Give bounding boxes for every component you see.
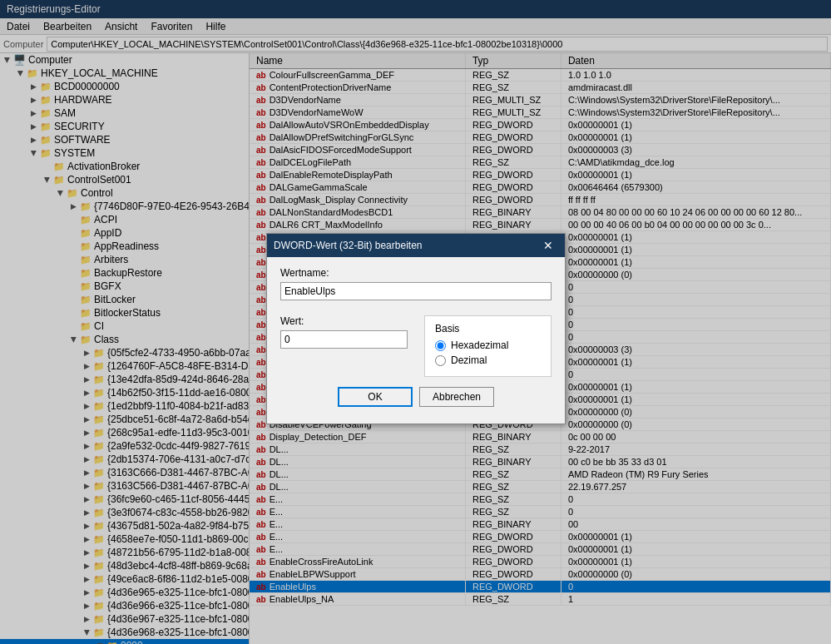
dezimal-radio-row: Dezimal [435,354,541,366]
basis-group: Basis Hexadezimal Dezimal [424,315,552,377]
dialog-wert-input[interactable] [280,330,408,349]
dialog-wertname-label: Wertname: [280,267,552,279]
dialog-wert-row: Wert: Basis Hexadezimal Dezimal [280,315,552,377]
dialog-wertname-input[interactable] [280,282,552,300]
dialog-overlay: DWORD-Wert (32-Bit) bearbeiten ✕ Wertnam… [0,0,831,644]
dialog-wertname-section: Wertname: [280,267,552,309]
dialog-basis-col: Basis Hexadezimal Dezimal [424,315,552,377]
dialog-title-bar: DWORD-Wert (32-Bit) bearbeiten ✕ [267,234,565,257]
dialog-close-button[interactable]: ✕ [538,237,558,254]
dialog-abbrechen-button[interactable]: Abbrechen [419,387,494,407]
dialog-ok-button[interactable]: OK [338,387,413,407]
hexadezimal-radio-row: Hexadezimal [435,339,541,351]
basis-title: Basis [435,323,541,334]
dialog-wert-col: Wert: [280,315,408,377]
dialog-wert-label: Wert: [280,315,408,327]
hexadezimal-radio[interactable] [435,340,446,351]
dezimal-label: Dezimal [451,354,487,366]
hexadezimal-label: Hexadezimal [451,339,508,351]
dword-dialog: DWORD-Wert (32-Bit) bearbeiten ✕ Wertnam… [266,233,566,424]
dialog-title-text: DWORD-Wert (32-Bit) bearbeiten [274,240,423,251]
dezimal-radio[interactable] [435,355,446,366]
dialog-body: Wertname: Wert: Basis Hexadezimal [267,257,565,424]
dialog-buttons: OK Abbrechen [280,387,552,414]
